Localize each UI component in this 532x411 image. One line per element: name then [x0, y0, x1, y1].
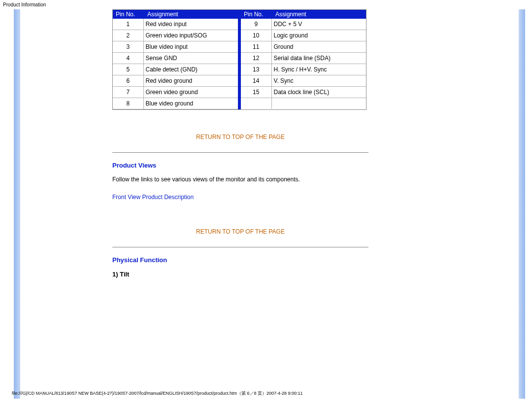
product-views-heading: Product Views	[112, 162, 368, 169]
table-row: 6 Red video ground	[113, 75, 238, 87]
table-row: 9 DDC + 5 V	[241, 19, 366, 30]
pin-table-right: Pin No. Assignment 9 DDC + 5 V 10 Logic …	[241, 10, 366, 109]
pin-assign: DDC + 5 V	[271, 19, 366, 30]
pin-number: 7	[113, 87, 143, 98]
col-header-assign: Assignment	[271, 10, 366, 19]
pin-number: 10	[241, 30, 271, 41]
col-header-pin: Pin No.	[241, 10, 271, 19]
pin-number: 4	[113, 53, 143, 64]
pin-assign: Data clock line (SCL)	[271, 87, 366, 98]
pin-assign: Blue video ground	[143, 98, 238, 109]
pin-number-empty	[241, 98, 271, 109]
pin-number: 1	[113, 19, 143, 30]
physical-function-heading: Physical Function	[112, 256, 368, 264]
pin-assign-empty	[271, 98, 366, 109]
pin-assign: Sense GND	[143, 53, 238, 64]
table-row: 10 Logic ground	[241, 30, 366, 41]
product-views-text: Follow the links to see various views of…	[112, 176, 368, 183]
left-accent-bar	[14, 9, 20, 399]
return-to-top-link[interactable]: RETURN TO TOP OF THE PAGE	[196, 228, 285, 235]
pin-number: 12	[241, 53, 271, 64]
divider	[112, 247, 368, 247]
table-row: 12 Serial data line (SDA)	[241, 53, 366, 64]
pin-assign: H. Sync / H+V. Sync	[271, 64, 366, 75]
divider	[112, 152, 368, 153]
right-accent-bar	[519, 9, 525, 399]
pin-assign: V. Sync	[271, 75, 366, 87]
table-row: 15 Data clock line (SCL)	[241, 87, 366, 98]
pin-assign: Red video ground	[143, 75, 238, 87]
col-header-assign: Assignment	[143, 10, 238, 19]
pin-assign: Logic ground	[271, 30, 366, 41]
table-row: 5 Cable detect (GND)	[113, 64, 238, 75]
page-wrapper: Pin No. Assignment 1 Red video input 2 G…	[0, 9, 532, 399]
page-top-label: Product Information	[0, 0, 532, 9]
main-content: Pin No. Assignment 1 Red video input 2 G…	[112, 9, 368, 278]
pin-number: 11	[241, 41, 271, 53]
pin-assignment-table: Pin No. Assignment 1 Red video input 2 G…	[112, 9, 366, 110]
pin-assign: Ground	[271, 41, 366, 53]
pin-number: 13	[241, 64, 271, 75]
pin-number: 2	[113, 30, 143, 41]
table-row: 13 H. Sync / H+V. Sync	[241, 64, 366, 75]
pin-assign: Blue video input	[143, 41, 238, 53]
table-header-row: Pin No. Assignment	[241, 10, 366, 19]
pin-assign: Serial data line (SDA)	[271, 53, 366, 64]
pin-assign: Green video input/SOG	[143, 30, 238, 41]
pin-number: 3	[113, 41, 143, 53]
table-row: 3 Blue video input	[113, 41, 238, 53]
pin-number: 5	[113, 64, 143, 75]
table-row: 7 Green video ground	[113, 87, 238, 98]
pin-assign: Green video ground	[143, 87, 238, 98]
pin-number: 9	[241, 19, 271, 30]
pin-number: 14	[241, 75, 271, 87]
table-row: 2 Green video input/SOG	[113, 30, 238, 41]
table-row: 11 Ground	[241, 41, 366, 53]
table-header-row: Pin No. Assignment	[113, 10, 238, 19]
pin-number: 15	[241, 87, 271, 98]
pin-assign: Red video input	[143, 19, 238, 30]
table-row: 1 Red video input	[113, 19, 238, 30]
table-row	[241, 98, 366, 109]
pin-assign: Cable detect (GND)	[143, 64, 238, 75]
front-view-link[interactable]: Front View Product Description	[112, 194, 194, 201]
table-row: 14 V. Sync	[241, 75, 366, 87]
footer-file-path: file:///G|/CD MANUAL/813/190S7 NEW BASE(…	[12, 390, 303, 397]
pin-table-left: Pin No. Assignment 1 Red video input 2 G…	[113, 10, 241, 109]
pin-number: 8	[113, 98, 143, 109]
pin-number: 6	[113, 75, 143, 87]
return-to-top-link[interactable]: RETURN TO TOP OF THE PAGE	[196, 134, 285, 140]
col-header-pin: Pin No.	[113, 10, 143, 19]
table-row: 4 Sense GND	[113, 53, 238, 64]
table-row: 8 Blue video ground	[113, 98, 238, 109]
tilt-label: 1) Tilt	[112, 271, 368, 278]
